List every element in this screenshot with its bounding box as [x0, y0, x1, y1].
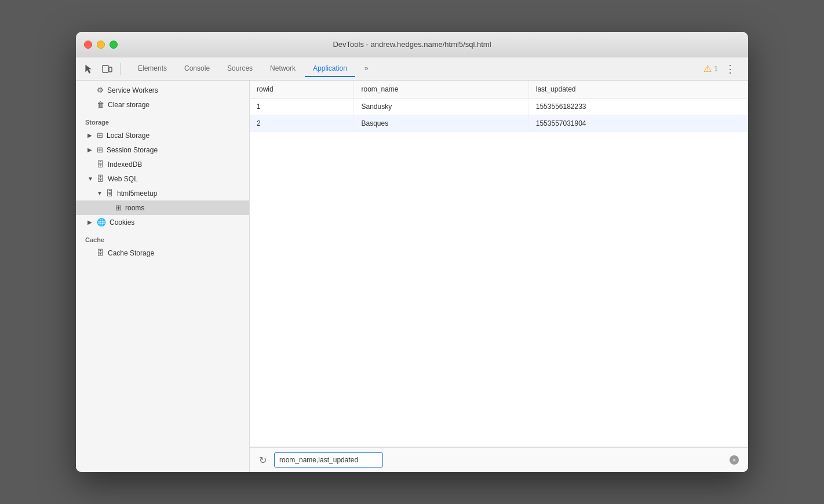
- data-table: rowid room_name last_updated 1 Sandusky …: [250, 81, 748, 447]
- sidebar-item-label: Web SQL: [108, 175, 138, 183]
- arrow-icon: ▶: [87, 147, 93, 153]
- main-content: rowid room_name last_updated 1 Sandusky …: [250, 81, 748, 472]
- content-area: ⚙ Service Workers 🗑 Clear storage Storag…: [76, 81, 748, 472]
- clear-storage-icon: 🗑: [97, 100, 104, 109]
- col-header-room-name: room_name: [354, 81, 528, 98]
- cache-section-label: Cache: [76, 229, 249, 246]
- sidebar-item-cache-storage[interactable]: 🗄 Cache Storage: [76, 246, 249, 260]
- cell-room-name: Basques: [354, 115, 528, 132]
- sidebar-item-label: html5meetup: [117, 189, 157, 198]
- more-options-button[interactable]: ⋮: [721, 60, 739, 78]
- sidebar-item-rooms[interactable]: ⊞ rooms: [76, 200, 249, 215]
- devtools-window: DevTools - andrew.hedges.name/html5/sql.…: [76, 32, 748, 472]
- query-input-wrapper: ×: [274, 452, 742, 468]
- arrow-icon: ▶: [87, 219, 93, 225]
- sidebar: ⚙ Service Workers 🗑 Clear storage Storag…: [76, 81, 250, 472]
- local-storage-icon: ⊞: [97, 131, 103, 140]
- inspect-button[interactable]: [81, 61, 97, 77]
- results-table: rowid room_name last_updated 1 Sandusky …: [250, 81, 748, 132]
- svg-rect-1: [109, 67, 112, 72]
- tab-application[interactable]: Application: [305, 61, 355, 77]
- sidebar-item-web-sql[interactable]: ▼ 🗄 Web SQL: [76, 171, 249, 186]
- web-sql-icon: 🗄: [97, 174, 104, 183]
- arrow-icon: ▶: [87, 132, 93, 138]
- refresh-button[interactable]: ↻: [256, 453, 269, 467]
- query-bar: ↻ ×: [250, 447, 748, 472]
- cell-last-updated: 1553556182233: [528, 98, 748, 115]
- tab-elements[interactable]: Elements: [130, 61, 175, 77]
- close-button[interactable]: [84, 41, 92, 49]
- sidebar-item-session-storage[interactable]: ▶ ⊞ Session Storage: [76, 143, 249, 157]
- cache-storage-icon: 🗄: [97, 249, 104, 257]
- sidebar-item-label: Service Workers: [107, 86, 158, 94]
- toolbar: Elements Console Sources Network Applica…: [76, 57, 748, 81]
- tab-network[interactable]: Network: [262, 61, 304, 77]
- sidebar-item-label: Local Storage: [107, 132, 150, 140]
- warning-badge[interactable]: ⚠ 1: [703, 63, 718, 74]
- cell-rowid: 2: [250, 115, 354, 132]
- service-workers-icon: ⚙: [97, 86, 104, 94]
- toolbar-right: ⚠ 1 ⋮: [703, 60, 743, 78]
- device-button[interactable]: [99, 61, 115, 77]
- arrow-icon: ▼: [87, 176, 93, 182]
- arrow-icon: ▼: [97, 190, 103, 196]
- tab-more[interactable]: »: [356, 61, 377, 77]
- col-header-rowid: rowid: [250, 81, 354, 98]
- cell-room-name: Sandusky: [354, 98, 528, 115]
- warning-count: 1: [714, 65, 718, 73]
- query-clear-button[interactable]: ×: [730, 455, 739, 465]
- warning-triangle-icon: ⚠: [703, 63, 712, 74]
- cursor-icon: [84, 64, 93, 74]
- sidebar-item-service-workers[interactable]: ⚙ Service Workers: [76, 83, 249, 97]
- table-row[interactable]: 2 Basques 1553557031904: [250, 115, 748, 132]
- cell-last-updated: 1553557031904: [528, 115, 748, 132]
- maximize-button[interactable]: [110, 41, 118, 49]
- session-storage-icon: ⊞: [97, 145, 103, 154]
- svg-rect-0: [103, 65, 108, 72]
- storage-section-label: Storage: [76, 112, 249, 128]
- cookies-icon: 🌐: [97, 218, 106, 227]
- sidebar-item-label: Clear storage: [108, 101, 150, 109]
- device-icon: [102, 64, 112, 74]
- sidebar-item-local-storage[interactable]: ▶ ⊞ Local Storage: [76, 128, 249, 143]
- rooms-icon: ⊞: [115, 203, 122, 212]
- col-header-last-updated: last_updated: [528, 81, 748, 98]
- sidebar-item-cookies[interactable]: ▶ 🌐 Cookies: [76, 215, 249, 229]
- sidebar-item-clear-storage[interactable]: 🗑 Clear storage: [76, 97, 249, 112]
- sidebar-item-indexeddb[interactable]: 🗄 IndexedDB: [76, 157, 249, 171]
- tab-bar: Elements Console Sources Network Applica…: [125, 61, 701, 77]
- html5meetup-icon: 🗄: [106, 189, 114, 198]
- sidebar-item-label: Cache Storage: [108, 249, 154, 257]
- sidebar-item-label: Session Storage: [107, 146, 158, 154]
- table-row[interactable]: 1 Sandusky 1553556182233: [250, 98, 748, 115]
- cell-rowid: 1: [250, 98, 354, 115]
- traffic-lights: [84, 41, 118, 49]
- sidebar-item-label: Cookies: [110, 218, 134, 227]
- window-title: DevTools - andrew.hedges.name/html5/sql.…: [333, 40, 491, 49]
- sidebar-item-label: rooms: [125, 204, 144, 212]
- toolbar-divider: [120, 63, 121, 75]
- titlebar: DevTools - andrew.hedges.name/html5/sql.…: [76, 32, 748, 57]
- minimize-button[interactable]: [97, 41, 105, 49]
- indexeddb-icon: 🗄: [97, 160, 104, 169]
- tab-console[interactable]: Console: [176, 61, 218, 77]
- sidebar-item-html5meetup[interactable]: ▼ 🗄 html5meetup: [76, 186, 249, 200]
- tab-sources[interactable]: Sources: [219, 61, 261, 77]
- sidebar-item-label: IndexedDB: [108, 160, 142, 169]
- query-input[interactable]: [274, 452, 383, 468]
